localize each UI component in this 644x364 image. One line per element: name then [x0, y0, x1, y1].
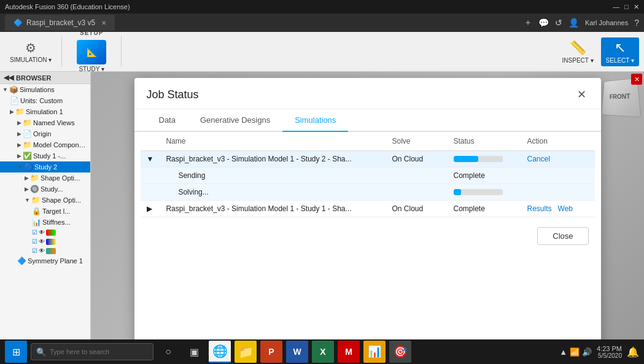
sidebar-item-symmetry[interactable]: 🔷 Symmetry Plane 1: [0, 255, 90, 266]
sidebar-item-check1[interactable]: ☑ 👁: [0, 228, 90, 237]
volume-icon[interactable]: 🔊: [582, 347, 592, 357]
sidebar-item-study2[interactable]: ▼ 🔵 Study 2: [0, 161, 90, 172]
tab-close-button[interactable]: ✕: [101, 20, 106, 26]
notifications-icon[interactable]: 💬: [538, 18, 549, 28]
inspect-label: INSPECT ▾: [562, 57, 594, 64]
sidebar-item-check3[interactable]: ☑ 👁: [0, 246, 90, 255]
study-sub-label: Study...: [41, 185, 63, 193]
tab-bar-icons[interactable]: ＋ 💬 ↺ 👤 Karl Johannes ?: [524, 17, 639, 28]
target-icon: 🔒: [32, 207, 41, 215]
expand-button-row1[interactable]: ▼: [141, 151, 160, 168]
sidebar-item-study-sub[interactable]: ▶ 🔘 Study...: [0, 184, 90, 195]
title-bar: Autodesk Fusion 360 (Education License) …: [0, 0, 644, 14]
content-area: 🏠 ✋ 🔄 🔍 ⬛ ⊞ FRONT ✕ Job Status ✕: [91, 72, 644, 339]
named-views-label: Named Views: [33, 119, 75, 126]
sidebar-item-study1[interactable]: ▶ ✅ Study 1 -...: [0, 150, 90, 161]
search-icon: 🔍: [36, 347, 46, 357]
start-button[interactable]: ⊞: [5, 341, 27, 363]
sidebar-item-simulation1[interactable]: ▶ 📁 Simulation 1: [0, 106, 90, 117]
sidebar-item-stiffness[interactable]: 📊 Stiffnes...: [0, 217, 90, 228]
tab-data[interactable]: Data: [147, 109, 188, 132]
sub-label-solving: Solving...: [160, 184, 386, 201]
cortana-button[interactable]: ○: [157, 341, 179, 363]
tab-generative-designs[interactable]: Generative Designs: [188, 109, 282, 132]
excel-app[interactable]: X: [312, 341, 334, 363]
job-name-row2: Raspi_bracket_v3 - Simulation Model 1 - …: [160, 201, 386, 217]
sidebar-item-named-views[interactable]: ▶ 📁 Named Views: [0, 117, 90, 128]
job-name-row1: Raspi_bracket_v3 - Simulation Model 1 - …: [160, 151, 386, 168]
word-app[interactable]: W: [286, 341, 308, 363]
expand-arrow-so1: ▶: [25, 175, 29, 181]
shape-opt2-icon: 📁: [31, 196, 41, 204]
browser-header: ◀◀ BROWSER: [0, 72, 90, 84]
tab-label: Raspi_bracket_v3 v5: [26, 18, 95, 27]
chrome-app[interactable]: 🌐: [209, 341, 231, 363]
dialog-title: Job Status: [147, 88, 199, 101]
collapse-icon[interactable]: ◀◀: [4, 74, 14, 82]
search-input[interactable]: [50, 348, 142, 355]
dialog-footer: Close: [134, 217, 601, 255]
close-button[interactable]: ✕: [634, 3, 639, 11]
close-dialog-button[interactable]: Close: [537, 227, 588, 245]
dialog-close-button[interactable]: ✕: [575, 88, 589, 101]
notification-icon[interactable]: 🔔: [627, 346, 639, 358]
study-button[interactable]: 📐 STUDY ▾: [72, 39, 111, 74]
restore-button[interactable]: □: [624, 3, 629, 11]
simulation-dropdown[interactable]: ⚙ SIMULATION ▾: [5, 34, 56, 69]
sys-tray-icons: ▲ 📶 🔊: [559, 347, 592, 357]
cancel-link[interactable]: Cancel: [527, 155, 550, 163]
task-view-button[interactable]: ▣: [183, 341, 205, 363]
sidebar-item-check2[interactable]: ☑ 👁: [0, 237, 90, 246]
powerpoint-app[interactable]: P: [260, 341, 282, 363]
new-tab-button[interactable]: ＋: [524, 17, 532, 28]
simulation-label: SIMULATION ▾: [10, 56, 52, 63]
named-views-icon: 📁: [23, 118, 32, 127]
tab-simulations[interactable]: Simulations: [282, 109, 348, 132]
sidebar-item-simulations[interactable]: ▼ 📦 Simulations: [0, 84, 90, 95]
inspect-button[interactable]: 📏 INSPECT ▾: [557, 37, 599, 66]
panel-close-button[interactable]: ✕: [631, 74, 642, 85]
select-button[interactable]: ↖ SELECT ▾: [601, 37, 640, 66]
explorer-app[interactable]: 📁: [235, 341, 257, 363]
sync-icon[interactable]: ↺: [555, 18, 562, 28]
toolbar-divider-2: [121, 36, 122, 67]
shape-opt1-icon: 📁: [30, 174, 39, 182]
user-avatar[interactable]: 👤: [568, 18, 579, 28]
col-expand: [141, 132, 160, 151]
up-arrow-icon[interactable]: ▲: [559, 347, 567, 357]
action-row1[interactable]: Cancel: [521, 151, 595, 168]
expand-arrow-mc: ▶: [17, 142, 21, 148]
expand-arrow-ss: ▶: [25, 186, 29, 192]
symmetry-label: Symmetry Plane 1: [28, 257, 83, 265]
tab-raspi[interactable]: 🔷 Raspi_bracket_v3 v5 ✕: [5, 15, 115, 31]
app-target[interactable]: 🎯: [389, 341, 411, 363]
clock[interactable]: 4:23 PM 5/5/2020: [597, 345, 622, 359]
job-status-dialog: Job Status ✕ Data Generative Designs Sim…: [134, 78, 601, 364]
toolbar-right: 📏 INSPECT ▾ ↖ SELECT ▾: [557, 37, 639, 66]
date-display: 5/5/2020: [597, 352, 622, 359]
sidebar-item-units[interactable]: 📄 Units: Custom: [0, 95, 90, 106]
sidebar-item-model-comp[interactable]: ▶ 📁 Model Componen...: [0, 139, 90, 150]
sidebar-item-shape-opt2[interactable]: ▼ 📁 Shape Opti...: [0, 195, 90, 206]
select-label: SELECT ▾: [606, 57, 635, 64]
browser-label: BROWSER: [16, 74, 51, 82]
web-link[interactable]: Web: [558, 204, 573, 213]
solve-row2: On Cloud: [386, 201, 448, 217]
expand-button-row2[interactable]: ▶: [141, 201, 160, 217]
study1-icon: ✅: [23, 152, 32, 160]
sidebar-item-target[interactable]: 🔒 Target l...: [0, 206, 90, 217]
results-link[interactable]: Results: [527, 204, 552, 213]
expand-arrow: ▼: [2, 87, 8, 93]
minimize-button[interactable]: —: [613, 3, 619, 11]
app-m[interactable]: M: [338, 341, 360, 363]
network-icon[interactable]: 📶: [570, 347, 580, 357]
shape-opt2-label: Shape Opti...: [42, 196, 81, 204]
action-row2[interactable]: Results Web: [521, 201, 595, 217]
search-box[interactable]: 🔍: [31, 343, 153, 360]
window-controls[interactable]: — □ ✕: [613, 3, 639, 11]
help-icon[interactable]: ?: [634, 18, 639, 28]
app-chart[interactable]: 📊: [363, 341, 386, 363]
sidebar-item-origin[interactable]: ▶ 📄 Origin: [0, 128, 90, 139]
sidebar-item-shape-opt1[interactable]: ▶ 📁 Shape Opti...: [0, 172, 90, 184]
user-name: Karl Johannes: [585, 19, 628, 26]
